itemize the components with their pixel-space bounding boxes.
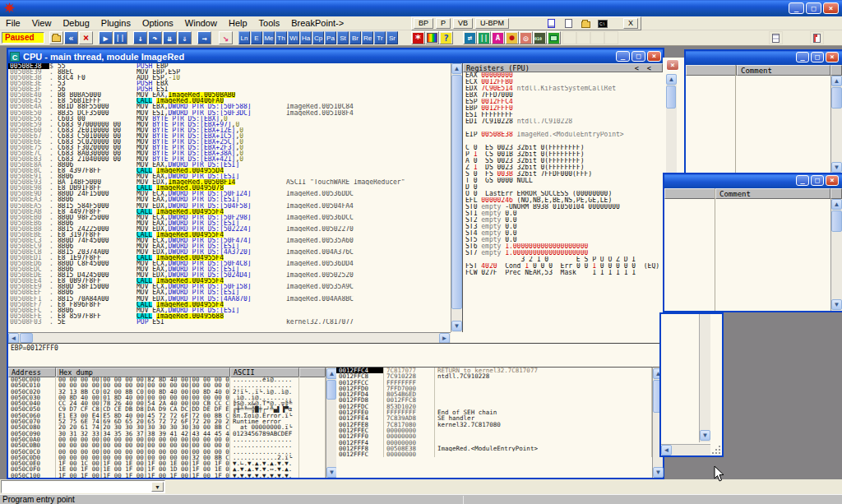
plugin-close-button[interactable]: X xyxy=(623,18,638,29)
register-line[interactable]: FCW 027F Prec NEAR,53 Mask 1 1 1 1 1 1 xyxy=(463,270,663,276)
register-line[interactable]: A 0 SS 0023 32bit 0(FFFFFFFF) xyxy=(463,158,663,164)
dump-row[interactable]: 0050C00000 00 00 00|00 00 00 00|82 8D 40… xyxy=(8,377,326,382)
menu-options[interactable]: Options xyxy=(136,16,179,30)
register-line[interactable]: FST 4020 Cond 1 0 0 0 Err 0 0 1 0 0 0 0 … xyxy=(463,263,663,270)
dump-row[interactable]: 0050C0C000 00 00 00|00 00 00 00|00 00 00… xyxy=(8,449,326,455)
toolbar-letter-button-ha[interactable]: Ha xyxy=(300,31,312,44)
trace-over-icon[interactable]: ⇓ xyxy=(178,31,192,44)
console-icon[interactable]: C:\ xyxy=(595,17,610,30)
trace-into-icon[interactable]: ⇊ xyxy=(163,31,177,44)
register-line[interactable]: ESP 0012FFC4 xyxy=(463,99,663,105)
dump-row[interactable]: 0050C09030 31 32 33|34 35 36 37|38 39 41… xyxy=(8,431,326,437)
disassembly-hscrollbar[interactable]: ◄ ► xyxy=(8,332,451,343)
disasm-row[interactable]: 00508EAB.E8 4497F8FFCALL ImageRed.004955… xyxy=(8,209,451,215)
close-button[interactable]: × xyxy=(826,52,839,62)
toolbar-letter-button-sr[interactable]: Sr xyxy=(386,31,398,44)
disasm-row[interactable]: 00508EA3.8B06MOV EAX,DWORD PTR DS:[ESI] xyxy=(8,197,451,202)
open-file-icon[interactable] xyxy=(49,31,63,44)
disasm-row[interactable]: 00508E39.8BECMOV EBP,ESP xyxy=(8,69,451,75)
register-line[interactable] xyxy=(463,125,663,132)
side-window-middle-vscrollbar[interactable]: ▲ ▼ xyxy=(830,199,842,311)
disasm-row[interactable]: 00508E91.8B06MOV EAX,DWORD PTR DS:[ESI] xyxy=(8,173,451,179)
register-line[interactable]: O 0 LastErr ERROR_SUCCESS (00000000) xyxy=(463,191,663,197)
notes-page-icon[interactable] xyxy=(769,31,783,44)
disasm-row[interactable]: 00508EE4.E8 0B97F8FFCALL ImageRed.004955… xyxy=(8,278,451,284)
execute-till-return-icon[interactable]: → xyxy=(197,31,211,44)
menu-file[interactable]: File xyxy=(0,16,26,30)
disasm-row[interactable]: 00508ED1.E8 1E97F8FFCALL ImageRed.004955… xyxy=(8,255,451,261)
disasm-row[interactable]: 00508E3B.83C4 F0ADD ESP,-10 xyxy=(8,75,451,81)
disasm-row[interactable]: 00508E4A.8B1D 88F55000MOV EBX,DWORD PTR … xyxy=(8,104,451,109)
minimize-button[interactable]: _ xyxy=(796,52,809,62)
register-line[interactable] xyxy=(463,138,663,145)
disassembly-vscrollbar[interactable]: ▲ ▼ xyxy=(451,63,462,332)
register-line[interactable]: ST6 empty 1.0000000000000000000 xyxy=(463,243,663,250)
stack-row[interactable]: 0012FFC87C910228ntdll.7C910228 xyxy=(336,373,652,379)
swap-arrows-icon[interactable]: ⇄ xyxy=(463,31,477,44)
close-program-icon[interactable]: × xyxy=(79,31,93,44)
green-pause-icon[interactable]: || xyxy=(477,31,491,44)
disassembly-pane[interactable]: 00508E38$55PUSH EBP00508E39.8BECMOV EBP,… xyxy=(8,63,451,332)
dump-vscrollbar[interactable]: ▲ ▼ xyxy=(326,367,336,478)
register-line[interactable]: ST4 empty 0.0 xyxy=(463,230,663,237)
menu-breakpoint[interactable]: BreakPoint-> xyxy=(285,16,349,30)
menu-tools[interactable]: Tools xyxy=(253,16,286,30)
dump-row[interactable]: 0050C08020 20 61 74|20 30 30 30|30 30 30… xyxy=(8,424,326,430)
disasm-row[interactable]: 00508E8A.8B06MOV EAX,DWORD PTR DS:[ESI] xyxy=(8,162,451,168)
toolbar-letter-button-th[interactable]: Th xyxy=(275,31,287,44)
blank-slot[interactable] xyxy=(604,31,618,44)
minimize-button[interactable]: _ xyxy=(789,2,804,14)
stack-row[interactable]: 0012FFDC853D1020 xyxy=(336,404,652,409)
dump-row[interactable]: 0050C1001F 00 1F 00|1F 00 1F 00|1F 00 1F… xyxy=(8,473,326,478)
dump-row[interactable]: 0050C0A000 00 00 00|00 00 00 00|00 00 00… xyxy=(8,437,326,442)
side-window-bottom-vscrollbar[interactable]: ▼ xyxy=(699,314,710,442)
combobox-dropdown-icon[interactable]: ▼ xyxy=(151,482,164,492)
side-window-top-vscrollbar[interactable]: ▲ ▼ xyxy=(830,76,842,173)
register-line[interactable]: ST1 empty 0.0 xyxy=(463,210,663,217)
toolbar-letter-button-pa[interactable]: Pa xyxy=(325,31,336,44)
list-settings-icon[interactable] xyxy=(810,31,824,44)
stack-row[interactable]: 0012FFF000000000 xyxy=(336,433,652,439)
register-line[interactable]: EFL 00000246 (NO,NB,E,BE,NS,PE,GE,LE) xyxy=(463,197,663,204)
side-window-bottom-hscrollbar[interactable]: ◄ xyxy=(661,444,710,455)
folder-icon[interactable] xyxy=(578,17,593,30)
stack-row[interactable]: 0012FFE47C839AD8SE handler xyxy=(336,415,652,421)
stack-row[interactable]: 0012FFEC00000000 xyxy=(336,428,652,433)
toolbar-letter-button-tr[interactable]: Tr xyxy=(374,31,386,44)
dump-row[interactable]: 0050C050C9 D7 CF C8|CD CE DB D8|DA D9 CA… xyxy=(8,406,326,412)
disasm-row[interactable]: 00508EB6.8B06MOV EAX,DWORD PTR DS:[ESI] xyxy=(8,220,451,226)
disasm-row[interactable]: 00508E67.C683 C5010000 00MOV BYTE PTR DS… xyxy=(8,133,451,139)
disasm-row[interactable]: 00508EE9.8B0D 58F15000MOV ECX,DWORD PTR … xyxy=(8,284,451,289)
stack-row[interactable]: 0012FFE87C817080kernel32.7C817080 xyxy=(336,422,652,428)
menu-view[interactable]: View xyxy=(26,16,58,30)
scroll-down-icon[interactable]: ▼ xyxy=(451,321,462,331)
scroll-thumb[interactable] xyxy=(831,87,842,109)
register-line[interactable]: P 1 CS 001B 32bit 0(FFFFFFFF) xyxy=(463,151,663,158)
hidden-window-vscrollbar[interactable]: ▲ xyxy=(666,74,677,173)
step-into-icon[interactable]: ↓ xyxy=(133,31,147,44)
register-line[interactable]: EIP 00508E38 ImageRed.<ModuleEntryPoint> xyxy=(463,132,663,138)
register-line[interactable]: ST3 empty 0.0 xyxy=(463,224,663,230)
register-line[interactable]: ECX 0012FFB0 xyxy=(463,79,663,86)
scroll-up-icon[interactable]: ▲ xyxy=(451,63,462,74)
dump-row[interactable]: 0050C0F01E 00 1F 00|1E 00 1F 00|1F 00 1D… xyxy=(8,466,326,472)
register-line[interactable]: ESI FFFFFFFF xyxy=(463,112,663,118)
registers-pane[interactable]: Registers (FPU) << EAX 00000000ECX 0012F… xyxy=(462,63,663,332)
menu-window[interactable]: Window xyxy=(179,16,223,30)
register-line[interactable]: T 0 GS 0000 NULL xyxy=(463,178,663,184)
dump-row[interactable]: 0050C02032 13 8B C0|02 00 8B C0|00 8D 40… xyxy=(8,389,326,395)
gray-doc-icon[interactable] xyxy=(561,17,576,30)
toolbar-letter-button-cp[interactable]: Cp xyxy=(312,31,324,44)
dump-row[interactable]: 0050C0B000 00 00 00|00 00 00 00|00 00 00… xyxy=(8,442,326,448)
disasm-row[interactable]: 00508EDC.8B06MOV EAX,DWORD PTR DS:[ESI] xyxy=(8,266,451,272)
stack-row[interactable]: 0012FFC47C817077RETURN to kernel32.7C817… xyxy=(336,368,652,373)
scroll-up-icon[interactable]: ▲ xyxy=(831,76,842,86)
disasm-row[interactable]: 00508E50.8B35 DCF35000MOV ESI,DWORD PTR … xyxy=(8,110,451,116)
disasm-row[interactable]: 00508EB0.8B0D 98F25000MOV ECX,DWORD PTR … xyxy=(8,215,451,220)
hidden-window-close-button[interactable]: × xyxy=(666,59,679,71)
disasm-row[interactable]: 00508EFE.E8 8597F8FFCALL ImageRed.004956… xyxy=(8,313,451,319)
toolbar-letter-button-wi[interactable]: Wi xyxy=(288,31,299,44)
close-button[interactable]: × xyxy=(826,175,839,186)
menu-help[interactable]: Help xyxy=(223,16,253,30)
stack-row[interactable]: 0012FFCCFFFFFFFF xyxy=(336,380,652,386)
